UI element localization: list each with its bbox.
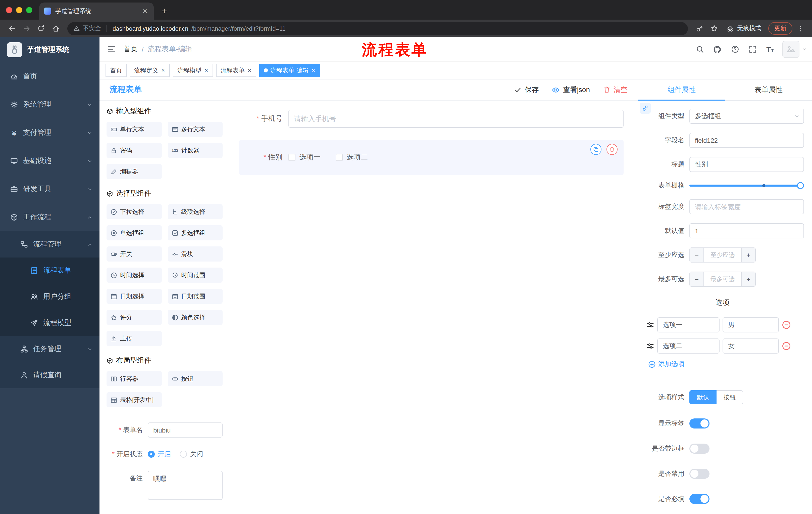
browser-menu-button[interactable] — [793, 22, 807, 35]
avatar[interactable] — [782, 41, 800, 58]
chip-editor[interactable]: 编辑器 — [107, 164, 162, 179]
breadcrumb-home[interactable]: 首页 — [124, 45, 138, 54]
sidebar-item-process-form[interactable]: 流程表单 — [0, 258, 99, 283]
chip-slider[interactable]: 滑块 — [168, 246, 223, 262]
chip-time-picker[interactable]: 时间选择 — [107, 268, 162, 283]
chip-color-picker[interactable]: 颜色选择 — [168, 310, 223, 325]
tag-process-form-edit[interactable]: 流程表单-编辑 × — [259, 64, 320, 77]
chip-select[interactable]: 下拉选择 — [107, 204, 162, 219]
tab-component-props[interactable]: 组件属性 — [638, 79, 725, 100]
back-button[interactable] — [5, 22, 19, 35]
decrease-button[interactable]: − — [690, 248, 704, 262]
close-icon[interactable]: × — [204, 67, 208, 74]
chip-cascader[interactable]: 级联选择 — [168, 204, 223, 219]
chip-single-text[interactable]: 单行文本 — [107, 122, 162, 137]
chip-row-container[interactable]: 行容器 — [107, 371, 162, 386]
sidebar-item-task-mgmt[interactable]: 任务管理 — [0, 336, 99, 362]
close-window-button[interactable] — [6, 7, 12, 13]
show-label-switch[interactable] — [689, 418, 709, 429]
option-label-input[interactable] — [657, 317, 720, 332]
chip-button[interactable]: 按钮 — [168, 371, 223, 386]
chip-switch[interactable]: 开关 — [107, 246, 162, 262]
minimize-window-button[interactable] — [16, 7, 22, 13]
border-switch[interactable] — [689, 443, 709, 454]
sidebar-item-process-mgmt[interactable]: 流程管理 — [0, 231, 99, 258]
option-value-input[interactable] — [723, 339, 779, 354]
gender-option-1[interactable]: 选项一 — [288, 153, 321, 162]
max-select-input[interactable] — [704, 272, 741, 286]
chip-date-range[interactable]: 日期范围 — [168, 289, 223, 304]
drag-handle-icon[interactable] — [646, 321, 654, 329]
remove-option-icon[interactable] — [782, 320, 791, 329]
phone-field-row[interactable]: 手机号 — [239, 110, 624, 128]
avatar-menu-caret[interactable] — [802, 47, 807, 52]
gender-option-2[interactable]: 选项二 — [336, 153, 368, 162]
chip-radio-group[interactable]: 单选框组 — [107, 225, 162, 240]
close-icon[interactable]: × — [247, 67, 252, 74]
reload-button[interactable] — [34, 22, 48, 35]
option-label-input[interactable] — [657, 339, 720, 354]
github-button[interactable] — [709, 37, 726, 61]
status-off-radio[interactable]: 关闭 — [180, 450, 203, 459]
required-switch[interactable] — [689, 494, 709, 504]
tab-close-icon[interactable]: ✕ — [141, 7, 149, 15]
chip-date-picker[interactable]: 日期选择 — [107, 289, 162, 304]
tag-home[interactable]: 首页 — [106, 64, 127, 77]
save-button[interactable]: 保存 — [514, 85, 539, 94]
chip-rate[interactable]: 评分 — [107, 310, 162, 325]
sidebar-item-system[interactable]: 系统管理 — [0, 90, 99, 119]
address-bar[interactable]: 不安全 dashboard.yudao.iocoder.cn /bpm/mana… — [67, 22, 688, 35]
tab-form-props[interactable]: 表单属性 — [725, 79, 812, 100]
sidebar-item-home[interactable]: 首页 — [0, 62, 99, 90]
disabled-switch[interactable] — [689, 469, 709, 479]
update-button[interactable]: 更新 — [768, 22, 792, 35]
phone-input[interactable] — [288, 110, 624, 128]
grid-slider[interactable] — [689, 185, 804, 187]
option-value-input[interactable] — [723, 317, 779, 332]
chip-time-range[interactable]: 时间范围 — [168, 268, 223, 283]
sidebar-item-payment[interactable]: ¥ 支付管理 — [0, 119, 99, 147]
sidebar-item-process-model[interactable]: 流程模型 — [0, 310, 99, 336]
chip-checkbox-group[interactable]: 多选框组 — [168, 225, 223, 240]
browser-tab[interactable]: 芋道管理系统 ✕ — [39, 2, 154, 20]
default-value-input[interactable] — [689, 223, 804, 238]
sidebar-item-infra[interactable]: 基础设施 — [0, 147, 99, 175]
close-icon[interactable]: × — [161, 67, 165, 74]
status-on-radio[interactable]: 开启 — [148, 450, 171, 459]
font-size-button[interactable]: TT — [762, 37, 778, 61]
increase-button[interactable]: + — [741, 248, 755, 262]
slider-handle[interactable] — [797, 182, 804, 189]
sidebar-item-leave-query[interactable]: 请假查询 — [0, 362, 99, 388]
clear-button[interactable]: 清空 — [603, 85, 628, 94]
maximize-window-button[interactable] — [26, 7, 32, 13]
drag-handle-icon[interactable] — [646, 342, 654, 350]
close-icon[interactable]: × — [311, 67, 316, 74]
sidebar-item-workflow[interactable]: 工作流程 — [0, 203, 99, 231]
label-width-input[interactable] — [689, 199, 804, 214]
home-button[interactable] — [49, 22, 62, 35]
tag-process-form[interactable]: 流程表单 × — [216, 64, 256, 77]
chip-table[interactable]: 表格[开发中] — [107, 392, 162, 407]
add-option-button[interactable]: 添加选项 — [648, 360, 804, 369]
password-key-button[interactable] — [693, 22, 706, 35]
min-select-input[interactable] — [704, 248, 741, 262]
style-default-button[interactable]: 默认 — [689, 390, 717, 404]
style-button-button[interactable]: 按钮 — [717, 390, 743, 404]
chip-counter[interactable]: 123 计数器 — [168, 143, 223, 158]
tag-process-definition[interactable]: 流程定义 × — [129, 64, 170, 77]
chip-upload[interactable]: 上传 — [107, 331, 162, 346]
chip-multi-text[interactable]: 多行文本 — [168, 122, 223, 137]
increase-button[interactable]: + — [741, 272, 755, 286]
title-input[interactable] — [689, 157, 804, 172]
selected-component[interactable]: 性别 选项一 选项二 — [239, 140, 624, 175]
bookmark-star-button[interactable] — [707, 22, 721, 35]
chip-password[interactable]: 密码 — [107, 143, 162, 158]
form-name-input[interactable] — [148, 423, 223, 437]
forward-button[interactable] — [20, 22, 33, 35]
form-remark-textarea[interactable]: 嘿嘿 — [148, 471, 223, 500]
decrease-button[interactable]: − — [690, 272, 704, 286]
fullscreen-button[interactable] — [744, 37, 761, 61]
field-name-input[interactable] — [689, 133, 804, 148]
delete-component-button[interactable] — [607, 144, 617, 155]
copy-component-button[interactable] — [590, 144, 602, 155]
